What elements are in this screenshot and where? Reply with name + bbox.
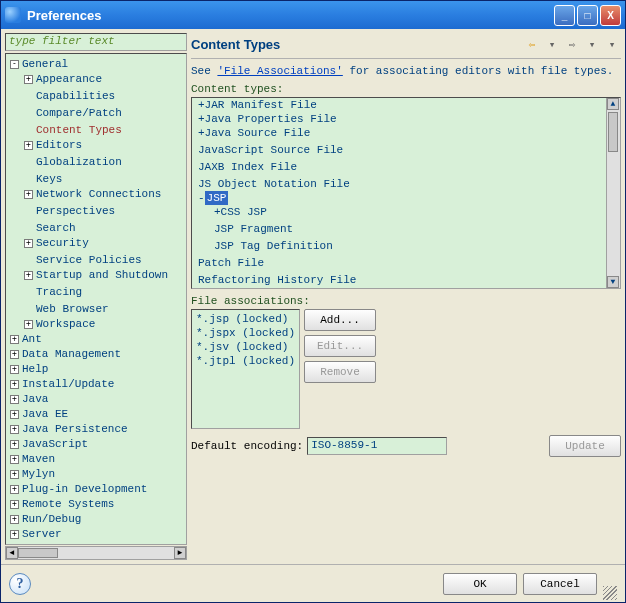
expand-icon[interactable]: + [10,380,19,389]
tree-item-server[interactable]: Server [22,527,62,541]
expand-icon[interactable]: + [24,320,33,329]
help-icon[interactable]: ? [9,573,31,595]
tree-item-globalization[interactable]: Globalization [36,155,122,169]
expand-icon[interactable]: + [10,365,19,374]
content-types-vscroll[interactable]: ▲ ▼ [606,98,620,288]
scroll-left-icon[interactable]: ◄ [6,547,18,559]
expand-icon[interactable]: + [24,271,33,280]
edit-button[interactable]: Edit... [304,335,376,357]
tree-item-capabilities[interactable]: Capabilities [36,89,115,103]
update-button[interactable]: Update [549,435,621,457]
ct-item-java-properties[interactable]: Java Properties File [205,112,337,126]
tree-item-content-types[interactable]: Content Types [36,123,122,137]
expand-icon[interactable]: + [10,335,19,344]
titlebar[interactable]: Preferences _ □ X [1,1,625,29]
tree-item-perspectives[interactable]: Perspectives [36,204,115,218]
collapse-icon[interactable]: - [198,191,205,205]
tree-item-javascript[interactable]: JavaScript [22,437,88,451]
expand-icon[interactable]: + [198,126,205,140]
tree-item-mylyn[interactable]: Mylyn [22,467,55,481]
ct-item-jsp-tag-def[interactable]: JSP Tag Definition [214,239,333,253]
tree-item-service-policies[interactable]: Service Policies [36,253,142,267]
ct-item-js-object-notation[interactable]: JS Object Notation File [198,177,350,191]
expand-icon[interactable]: + [10,350,19,359]
scroll-thumb[interactable] [608,112,618,152]
tree-item-general[interactable]: General [22,57,68,71]
tree-item-help[interactable]: Help [22,362,48,376]
tree-item-plugin-dev[interactable]: Plug-in Development [22,482,147,496]
ct-item-javascript-source[interactable]: JavaScript Source File [198,143,343,157]
file-assoc-item[interactable]: *.jtpl (locked) [196,354,295,368]
ok-button[interactable]: OK [443,573,517,595]
ct-item-patch-file[interactable]: Patch File [198,256,264,270]
file-assoc-item[interactable]: *.jspx (locked) [196,326,295,340]
expand-icon[interactable]: + [10,530,19,539]
ct-item-jar-manifest[interactable]: JAR Manifest File [205,98,317,112]
tree-item-appearance[interactable]: Appearance [36,72,102,86]
maximize-button[interactable]: □ [577,5,598,26]
expand-icon[interactable]: + [10,545,19,546]
file-assoc-item[interactable]: *.jsv (locked) [196,340,295,354]
file-associations-link[interactable]: 'File Associations' [217,65,342,77]
tree-item-java-ee[interactable]: Java EE [22,407,68,421]
preferences-tree[interactable]: -General +Appearance Capabilities Compar… [5,53,187,545]
expand-icon[interactable]: + [10,470,19,479]
add-button[interactable]: Add... [304,309,376,331]
expand-icon[interactable]: + [10,410,19,419]
expand-icon[interactable]: + [24,141,33,150]
tree-item-startup[interactable]: Startup and Shutdown [36,268,168,282]
tree-item-search[interactable]: Search [36,221,76,235]
expand-icon[interactable]: + [10,485,19,494]
expand-icon[interactable]: + [214,205,221,219]
expand-icon[interactable]: + [10,515,19,524]
tree-item-team[interactable]: Team [22,542,48,545]
remove-button[interactable]: Remove [304,361,376,383]
ct-item-css-jsp[interactable]: CSS JSP [221,205,267,219]
menu-icon[interactable]: ▾ [603,36,621,54]
expand-icon[interactable]: + [10,455,19,464]
tree-item-remote-systems[interactable]: Remote Systems [22,497,114,511]
close-button[interactable]: X [600,5,621,26]
tree-item-data-management[interactable]: Data Management [22,347,121,361]
filter-input[interactable]: type filter text [5,33,187,51]
ct-item-refactoring-file[interactable]: Refactoring History File [198,273,356,287]
ct-item-jaxb-index[interactable]: JAXB Index File [198,160,297,174]
nav-back-icon[interactable]: ⇦ [523,36,541,54]
tree-item-security[interactable]: Security [36,236,89,250]
file-assoc-item[interactable]: *.jsp (locked) [196,312,295,326]
sidebar-hscroll[interactable]: ◄ ► [5,546,187,560]
tree-item-ant[interactable]: Ant [22,332,42,346]
tree-item-workspace[interactable]: Workspace [36,317,95,331]
scroll-up-icon[interactable]: ▲ [607,98,619,110]
minimize-button[interactable]: _ [554,5,575,26]
tree-item-keys[interactable]: Keys [36,172,62,186]
expand-icon[interactable]: + [198,98,205,112]
tree-item-run-debug[interactable]: Run/Debug [22,512,81,526]
default-encoding-input[interactable]: ISO-8859-1 [307,437,447,455]
tree-item-tracing[interactable]: Tracing [36,285,82,299]
ct-item-jsp[interactable]: JSP [205,191,229,205]
tree-item-java-persistence[interactable]: Java Persistence [22,422,128,436]
expand-icon[interactable]: + [10,440,19,449]
nav-forward-icon[interactable]: ⇨ [563,36,581,54]
resize-grip-icon[interactable] [603,586,617,600]
file-assoc-list[interactable]: *.jsp (locked) *.jspx (locked) *.jsv (lo… [191,309,300,429]
expand-icon[interactable]: + [24,75,33,84]
expand-icon[interactable]: + [10,425,19,434]
expand-icon[interactable]: + [10,500,19,509]
tree-item-editors[interactable]: Editors [36,138,82,152]
tree-item-compare-patch[interactable]: Compare/Patch [36,106,122,120]
scroll-down-icon[interactable]: ▼ [607,276,619,288]
cancel-button[interactable]: Cancel [523,573,597,595]
content-types-tree[interactable]: +JAR Manifest File +Java Properties File… [191,97,621,289]
dropdown-icon[interactable]: ▾ [583,36,601,54]
dropdown-icon[interactable]: ▾ [543,36,561,54]
tree-item-install-update[interactable]: Install/Update [22,377,114,391]
expand-icon[interactable]: + [24,239,33,248]
tree-item-maven[interactable]: Maven [22,452,55,466]
tree-item-java[interactable]: Java [22,392,48,406]
ct-item-java-source[interactable]: Java Source File [205,126,311,140]
ct-item-jsp-fragment[interactable]: JSP Fragment [214,222,293,236]
tree-item-network[interactable]: Network Connections [36,187,161,201]
expand-icon[interactable]: + [198,112,205,126]
